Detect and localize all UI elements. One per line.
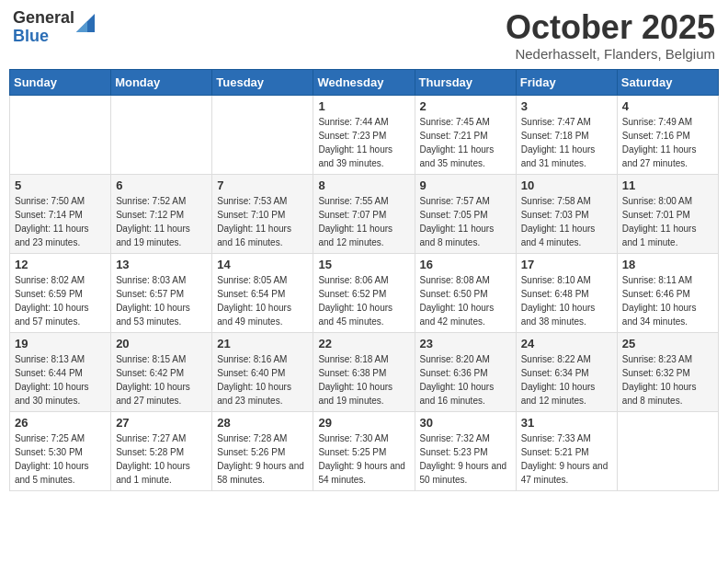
logo-icon: [76, 14, 95, 32]
calendar-header-row: SundayMondayTuesdayWednesdayThursdayFrid…: [10, 69, 719, 95]
calendar-cell: 8Sunrise: 7:55 AM Sunset: 7:07 PM Daylig…: [313, 174, 415, 253]
day-info: Sunrise: 7:32 AM Sunset: 5:23 PM Dayligh…: [420, 431, 511, 487]
calendar-cell: 30Sunrise: 7:32 AM Sunset: 5:23 PM Dayli…: [415, 411, 516, 490]
calendar-table: SundayMondayTuesdayWednesdayThursdayFrid…: [9, 69, 719, 491]
day-number: 4: [622, 99, 713, 113]
day-number: 27: [116, 416, 207, 430]
calendar-day-header: Sunday: [10, 69, 111, 95]
logo: General Blue: [13, 9, 95, 46]
calendar-cell: 14Sunrise: 8:05 AM Sunset: 6:54 PM Dayli…: [212, 253, 313, 332]
day-info: Sunrise: 8:00 AM Sunset: 7:01 PM Dayligh…: [622, 194, 713, 249]
day-number: 11: [622, 178, 713, 192]
day-number: 19: [15, 337, 106, 350]
day-info: Sunrise: 7:30 AM Sunset: 5:25 PM Dayligh…: [318, 431, 409, 487]
day-number: 25: [622, 337, 713, 350]
calendar-cell: 12Sunrise: 8:02 AM Sunset: 6:59 PM Dayli…: [10, 253, 111, 332]
day-number: 2: [420, 99, 511, 113]
day-info: Sunrise: 8:20 AM Sunset: 6:36 PM Dayligh…: [420, 352, 511, 408]
calendar-cell: [111, 95, 212, 174]
day-number: 17: [521, 258, 612, 271]
calendar-cell: 5Sunrise: 7:50 AM Sunset: 7:14 PM Daylig…: [10, 174, 111, 253]
calendar-day-header: Saturday: [617, 69, 718, 95]
day-number: 18: [622, 258, 713, 271]
day-number: 24: [521, 337, 612, 350]
calendar-week-row: 5Sunrise: 7:50 AM Sunset: 7:14 PM Daylig…: [10, 174, 719, 253]
calendar-cell: 11Sunrise: 8:00 AM Sunset: 7:01 PM Dayli…: [617, 174, 718, 253]
day-info: Sunrise: 7:33 AM Sunset: 5:21 PM Dayligh…: [521, 431, 612, 487]
calendar-day-header: Thursday: [415, 69, 516, 95]
day-info: Sunrise: 7:45 AM Sunset: 7:21 PM Dayligh…: [420, 115, 511, 170]
day-info: Sunrise: 8:05 AM Sunset: 6:54 PM Dayligh…: [217, 273, 308, 328]
calendar-week-row: 1Sunrise: 7:44 AM Sunset: 7:23 PM Daylig…: [10, 95, 719, 174]
calendar-cell: 9Sunrise: 7:57 AM Sunset: 7:05 PM Daylig…: [415, 174, 516, 253]
day-number: 9: [420, 178, 511, 192]
day-number: 15: [318, 258, 409, 271]
calendar-cell: 22Sunrise: 8:18 AM Sunset: 6:38 PM Dayli…: [313, 332, 415, 411]
day-info: Sunrise: 8:11 AM Sunset: 6:46 PM Dayligh…: [622, 273, 713, 328]
calendar-cell: 21Sunrise: 8:16 AM Sunset: 6:40 PM Dayli…: [212, 332, 313, 411]
day-info: Sunrise: 8:13 AM Sunset: 6:44 PM Dayligh…: [15, 352, 106, 408]
title-block: October 2025 Nederhasselt, Flanders, Bel…: [506, 9, 715, 62]
calendar-cell: 29Sunrise: 7:30 AM Sunset: 5:25 PM Dayli…: [313, 411, 415, 490]
calendar-day-header: Friday: [516, 69, 617, 95]
day-info: Sunrise: 8:22 AM Sunset: 6:34 PM Dayligh…: [521, 352, 612, 408]
day-number: 31: [521, 416, 612, 430]
day-number: 26: [15, 416, 106, 430]
calendar-day-header: Tuesday: [212, 69, 313, 95]
day-info: Sunrise: 7:25 AM Sunset: 5:30 PM Dayligh…: [15, 431, 106, 487]
day-number: 16: [420, 258, 511, 271]
calendar-cell: 26Sunrise: 7:25 AM Sunset: 5:30 PM Dayli…: [10, 411, 111, 490]
day-info: Sunrise: 8:16 AM Sunset: 6:40 PM Dayligh…: [217, 352, 308, 408]
day-info: Sunrise: 7:47 AM Sunset: 7:18 PM Dayligh…: [521, 115, 612, 170]
day-info: Sunrise: 7:27 AM Sunset: 5:28 PM Dayligh…: [116, 431, 207, 487]
day-number: 14: [217, 258, 308, 271]
day-number: 12: [15, 258, 106, 271]
day-info: Sunrise: 8:06 AM Sunset: 6:52 PM Dayligh…: [318, 273, 409, 328]
page-header: General Blue October 2025 Nederhasselt, …: [9, 9, 719, 62]
day-number: 30: [420, 416, 511, 430]
day-info: Sunrise: 7:49 AM Sunset: 7:16 PM Dayligh…: [622, 115, 713, 170]
calendar-cell: 6Sunrise: 7:52 AM Sunset: 7:12 PM Daylig…: [111, 174, 212, 253]
day-info: Sunrise: 8:18 AM Sunset: 6:38 PM Dayligh…: [318, 352, 409, 408]
calendar-cell: [212, 95, 313, 174]
calendar-cell: 2Sunrise: 7:45 AM Sunset: 7:21 PM Daylig…: [415, 95, 516, 174]
calendar-week-row: 26Sunrise: 7:25 AM Sunset: 5:30 PM Dayli…: [10, 411, 719, 490]
calendar-cell: 31Sunrise: 7:33 AM Sunset: 5:21 PM Dayli…: [516, 411, 617, 490]
calendar-week-row: 19Sunrise: 8:13 AM Sunset: 6:44 PM Dayli…: [10, 332, 719, 411]
calendar-day-header: Monday: [111, 69, 212, 95]
day-info: Sunrise: 7:52 AM Sunset: 7:12 PM Dayligh…: [116, 194, 207, 249]
calendar-cell: 16Sunrise: 8:08 AM Sunset: 6:50 PM Dayli…: [415, 253, 516, 332]
calendar-cell: 19Sunrise: 8:13 AM Sunset: 6:44 PM Dayli…: [10, 332, 111, 411]
calendar-cell: 4Sunrise: 7:49 AM Sunset: 7:16 PM Daylig…: [617, 95, 718, 174]
calendar-week-row: 12Sunrise: 8:02 AM Sunset: 6:59 PM Dayli…: [10, 253, 719, 332]
day-info: Sunrise: 7:28 AM Sunset: 5:26 PM Dayligh…: [217, 431, 308, 487]
calendar-cell: 23Sunrise: 8:20 AM Sunset: 6:36 PM Dayli…: [415, 332, 516, 411]
day-number: 3: [521, 99, 612, 113]
day-number: 6: [116, 178, 207, 192]
day-info: Sunrise: 7:58 AM Sunset: 7:03 PM Dayligh…: [521, 194, 612, 249]
day-info: Sunrise: 8:02 AM Sunset: 6:59 PM Dayligh…: [15, 273, 106, 328]
calendar-cell: 24Sunrise: 8:22 AM Sunset: 6:34 PM Dayli…: [516, 332, 617, 411]
day-info: Sunrise: 7:55 AM Sunset: 7:07 PM Dayligh…: [318, 194, 409, 249]
calendar-cell: 7Sunrise: 7:53 AM Sunset: 7:10 PM Daylig…: [212, 174, 313, 253]
day-number: 22: [318, 337, 409, 350]
calendar-cell: [10, 95, 111, 174]
day-number: 13: [116, 258, 207, 271]
calendar-cell: 27Sunrise: 7:27 AM Sunset: 5:28 PM Dayli…: [111, 411, 212, 490]
calendar-cell: 18Sunrise: 8:11 AM Sunset: 6:46 PM Dayli…: [617, 253, 718, 332]
svg-marker-1: [76, 21, 87, 32]
day-info: Sunrise: 8:08 AM Sunset: 6:50 PM Dayligh…: [420, 273, 511, 328]
day-number: 29: [318, 416, 409, 430]
calendar-cell: 17Sunrise: 8:10 AM Sunset: 6:48 PM Dayli…: [516, 253, 617, 332]
calendar-cell: 28Sunrise: 7:28 AM Sunset: 5:26 PM Dayli…: [212, 411, 313, 490]
calendar-cell: 1Sunrise: 7:44 AM Sunset: 7:23 PM Daylig…: [313, 95, 415, 174]
day-info: Sunrise: 7:53 AM Sunset: 7:10 PM Dayligh…: [217, 194, 308, 249]
day-info: Sunrise: 7:57 AM Sunset: 7:05 PM Dayligh…: [420, 194, 511, 249]
calendar-cell: 13Sunrise: 8:03 AM Sunset: 6:57 PM Dayli…: [111, 253, 212, 332]
location-subtitle: Nederhasselt, Flanders, Belgium: [506, 46, 715, 62]
calendar-cell: [617, 411, 718, 490]
logo-general: General: [13, 9, 74, 28]
day-number: 21: [217, 337, 308, 350]
day-number: 7: [217, 178, 308, 192]
day-info: Sunrise: 8:10 AM Sunset: 6:48 PM Dayligh…: [521, 273, 612, 328]
